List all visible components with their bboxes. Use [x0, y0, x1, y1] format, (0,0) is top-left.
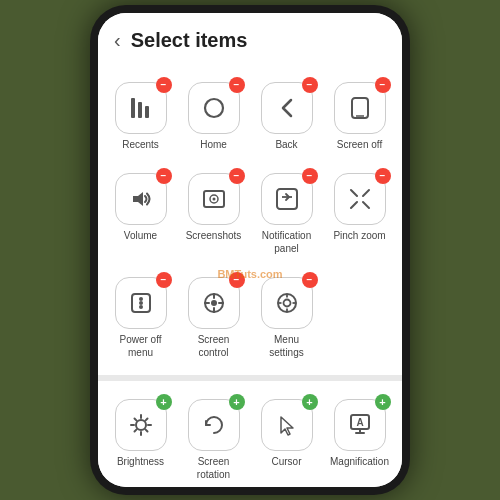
svg-line-39 — [145, 419, 147, 421]
remove-badge[interactable]: − — [302, 77, 318, 93]
item-notification-panel[interactable]: − Notification panel — [252, 163, 321, 263]
item-label: Screen control — [183, 333, 244, 359]
item-screenshots[interactable]: − Screenshots — [179, 163, 248, 263]
remove-badge[interactable]: − — [229, 77, 245, 93]
remove-badge[interactable]: − — [302, 168, 318, 184]
remove-badge[interactable]: − — [375, 168, 391, 184]
svg-rect-4 — [352, 98, 368, 118]
item-label: Screen rotation — [183, 455, 244, 481]
item-recents[interactable]: − Recents — [106, 72, 175, 159]
svg-line-37 — [134, 419, 136, 421]
svg-rect-3 — [205, 99, 223, 117]
item-label: Cursor — [271, 455, 301, 468]
svg-point-17 — [139, 297, 143, 301]
item-label: Brightness — [117, 455, 164, 468]
svg-rect-1 — [138, 102, 142, 118]
item-label: Pinch zoom — [333, 229, 385, 242]
item-screen-control[interactable]: − Screen control — [179, 267, 248, 367]
item-label: Recents — [122, 138, 159, 151]
item-menu-settings[interactable]: − Menu settings — [252, 267, 321, 367]
svg-line-14 — [351, 202, 357, 208]
item-label: Home — [200, 138, 227, 151]
item-cursor[interactable]: + Cursor — [252, 389, 321, 487]
item-label: Menu settings — [256, 333, 317, 359]
item-label: Screenshots — [186, 229, 242, 242]
item-power-off-menu[interactable]: − Power off menu — [106, 267, 175, 367]
svg-point-9 — [212, 198, 215, 201]
svg-point-25 — [211, 300, 217, 306]
item-home[interactable]: − Home — [179, 72, 248, 159]
item-screen-off[interactable]: − Screen off — [325, 72, 394, 159]
svg-line-38 — [145, 429, 147, 431]
item-label: Power off menu — [110, 333, 171, 359]
svg-line-13 — [363, 190, 369, 196]
add-badge[interactable]: + — [375, 394, 391, 410]
added-items-grid: − Recents − Home — [98, 68, 402, 371]
back-button[interactable]: ‹ — [114, 29, 121, 52]
add-badge[interactable]: + — [156, 394, 172, 410]
section-divider — [98, 375, 402, 381]
item-label: Volume — [124, 229, 157, 242]
svg-point-18 — [139, 301, 143, 305]
content-area: BMTuts.com − Recents — [98, 60, 402, 487]
svg-text:A: A — [356, 417, 363, 428]
item-screen-rotation[interactable]: + Screen rotation — [179, 389, 248, 487]
page-title: Select items — [131, 29, 248, 52]
remove-badge[interactable]: − — [302, 272, 318, 288]
remove-badge[interactable]: − — [156, 77, 172, 93]
remove-badge[interactable]: − — [156, 168, 172, 184]
item-back[interactable]: − Back — [252, 72, 321, 159]
svg-marker-6 — [133, 192, 143, 206]
add-badge[interactable]: + — [229, 394, 245, 410]
svg-rect-2 — [145, 106, 149, 118]
item-label: Screen off — [337, 138, 382, 151]
remove-badge[interactable]: − — [156, 272, 172, 288]
header: ‹ Select items — [98, 13, 402, 60]
item-label: Notification panel — [256, 229, 317, 255]
add-badge[interactable]: + — [302, 394, 318, 410]
remove-badge[interactable]: − — [229, 168, 245, 184]
svg-line-40 — [134, 429, 136, 431]
available-items-grid: + Brightness + Screen rotation — [98, 385, 402, 487]
svg-line-15 — [363, 202, 369, 208]
item-pinch-zoom[interactable]: − Pinch zoom — [325, 163, 394, 263]
item-label: Back — [275, 138, 297, 151]
phone-frame: ‹ Select items BMTuts.com − — [90, 5, 410, 495]
item-volume[interactable]: − Volume — [106, 163, 175, 263]
remove-badge[interactable]: − — [229, 272, 245, 288]
item-label: Magnification — [330, 455, 389, 468]
svg-line-12 — [351, 190, 357, 196]
remove-badge[interactable]: − — [375, 77, 391, 93]
item-brightness[interactable]: + Brightness — [106, 389, 175, 487]
svg-point-19 — [139, 305, 143, 309]
phone-screen: ‹ Select items BMTuts.com − — [98, 13, 402, 487]
svg-rect-0 — [131, 98, 135, 118]
item-magnification[interactable]: A + Magnification — [325, 389, 394, 487]
svg-point-27 — [283, 300, 290, 307]
svg-point-32 — [136, 420, 146, 430]
